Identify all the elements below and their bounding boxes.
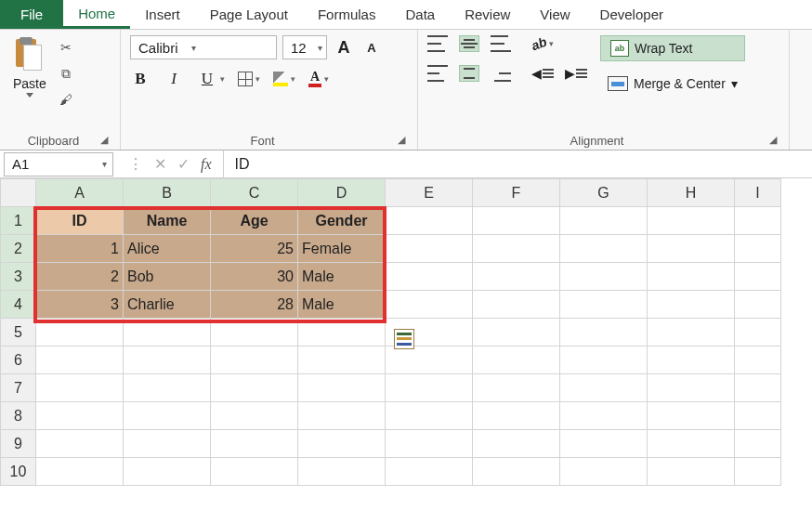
formula-input[interactable]: ID (223, 150, 812, 177)
cell-G6[interactable] (560, 346, 648, 374)
orientation-button[interactable]: ab▾ (531, 36, 554, 51)
col-header-I[interactable]: I (735, 179, 781, 207)
cell-E2[interactable] (386, 235, 473, 263)
cell-D10[interactable] (298, 458, 386, 486)
cell-G9[interactable] (560, 430, 648, 458)
cell-F5[interactable] (473, 319, 560, 346)
cell-B8[interactable] (124, 402, 211, 430)
copy-icon[interactable]: ⧉ (58, 65, 74, 82)
font-name-dropdown[interactable]: Calibri ▾ (130, 35, 277, 59)
align-bottom-button[interactable] (491, 35, 511, 52)
tab-insert[interactable]: Insert (130, 0, 195, 29)
cell-D1[interactable]: Gender (298, 207, 386, 235)
cell-B5[interactable] (124, 319, 211, 346)
cell-C4[interactable]: 28 (211, 291, 298, 319)
cell-H3[interactable] (648, 263, 735, 291)
cell-A2[interactable]: 1 (36, 235, 124, 263)
row-header-1[interactable]: 1 (1, 207, 36, 235)
format-painter-icon[interactable]: 🖌 (58, 91, 74, 108)
font-launcher-icon[interactable]: ◢ (395, 134, 408, 147)
cell-H5[interactable] (648, 319, 735, 346)
cell-B1[interactable]: Name (124, 207, 211, 235)
align-center-button[interactable] (459, 65, 479, 82)
grow-font-button[interactable]: A (333, 36, 355, 59)
cell-D9[interactable] (298, 430, 386, 458)
cell-A6[interactable] (36, 346, 124, 374)
cell-I8[interactable] (735, 402, 781, 430)
cell-E8[interactable] (386, 402, 473, 430)
row-header-7[interactable]: 7 (1, 374, 36, 402)
borders-button[interactable]: ▾ (238, 72, 260, 86)
cell-G1[interactable] (560, 207, 648, 235)
tab-data[interactable]: Data (390, 0, 450, 29)
cell-A1[interactable]: ID (36, 207, 124, 235)
cell-F7[interactable] (473, 374, 560, 402)
cell-F2[interactable] (473, 235, 560, 263)
row-header-5[interactable]: 5 (1, 319, 36, 346)
cell-E7[interactable] (386, 374, 473, 402)
cell-B7[interactable] (124, 374, 211, 402)
align-middle-button[interactable] (459, 35, 479, 52)
tab-file[interactable]: File (0, 0, 63, 29)
cell-I7[interactable] (735, 374, 781, 402)
row-header-8[interactable]: 8 (1, 402, 36, 430)
cell-E3[interactable] (386, 263, 473, 291)
cell-B2[interactable]: Alice (124, 235, 211, 263)
cell-E9[interactable] (386, 430, 473, 458)
cell-G5[interactable] (560, 319, 648, 346)
cell-G10[interactable] (560, 458, 648, 486)
enter-formula-icon[interactable]: ✓ (177, 155, 190, 173)
cell-B9[interactable] (124, 430, 211, 458)
shrink-font-button[interactable]: A (360, 36, 383, 59)
cell-E6[interactable] (386, 346, 473, 374)
cell-E1[interactable] (386, 207, 473, 235)
cell-G4[interactable] (560, 291, 648, 319)
col-header-G[interactable]: G (560, 179, 648, 207)
row-header-4[interactable]: 4 (1, 291, 36, 319)
cell-I6[interactable] (735, 346, 781, 374)
cell-A5[interactable] (36, 319, 124, 346)
row-header-3[interactable]: 3 (1, 263, 36, 291)
paste-button[interactable]: Paste (9, 35, 50, 99)
cell-I9[interactable] (735, 430, 781, 458)
cell-H10[interactable] (648, 458, 735, 486)
col-header-H[interactable]: H (648, 179, 735, 207)
align-right-button[interactable] (491, 65, 511, 82)
font-color-button[interactable]: A▾ (308, 71, 329, 87)
cell-B10[interactable] (124, 458, 211, 486)
cell-C3[interactable]: 30 (211, 263, 298, 291)
cell-A4[interactable]: 3 (36, 291, 124, 319)
font-size-dropdown[interactable]: 12 ▾ (282, 35, 327, 59)
align-top-button[interactable] (427, 35, 448, 52)
align-left-button[interactable] (427, 65, 448, 82)
sheet-table[interactable]: A B C D E F G H I 1 ID Name Age Gender 2… (0, 178, 781, 486)
col-header-D[interactable]: D (298, 179, 386, 207)
col-header-F[interactable]: F (473, 179, 560, 207)
wrap-text-button[interactable]: ab Wrap Text (600, 35, 745, 61)
cancel-formula-icon[interactable]: ✕ (154, 155, 166, 173)
cell-H1[interactable] (648, 207, 735, 235)
cell-F1[interactable] (473, 207, 560, 235)
cell-F8[interactable] (473, 402, 560, 430)
cell-G8[interactable] (560, 402, 648, 430)
cell-I4[interactable] (735, 291, 781, 319)
cell-A8[interactable] (36, 402, 124, 430)
cell-A9[interactable] (36, 430, 124, 458)
cell-G2[interactable] (560, 235, 648, 263)
tab-home[interactable]: Home (63, 0, 130, 29)
cell-F10[interactable] (473, 458, 560, 486)
cell-D3[interactable]: Male (298, 263, 386, 291)
cell-A7[interactable] (36, 374, 124, 402)
cell-D5[interactable] (298, 319, 386, 346)
cell-A3[interactable]: 2 (36, 263, 124, 291)
cell-G3[interactable] (560, 263, 648, 291)
paste-dropdown-icon[interactable] (26, 93, 33, 98)
cell-I3[interactable] (735, 263, 781, 291)
cell-H6[interactable] (648, 346, 735, 374)
col-header-E[interactable]: E (386, 179, 473, 207)
cell-B3[interactable]: Bob (124, 263, 211, 291)
cell-C8[interactable] (211, 402, 298, 430)
underline-button[interactable]: U▾ (197, 69, 225, 89)
cell-C5[interactable] (211, 319, 298, 346)
cell-I10[interactable] (735, 458, 781, 486)
